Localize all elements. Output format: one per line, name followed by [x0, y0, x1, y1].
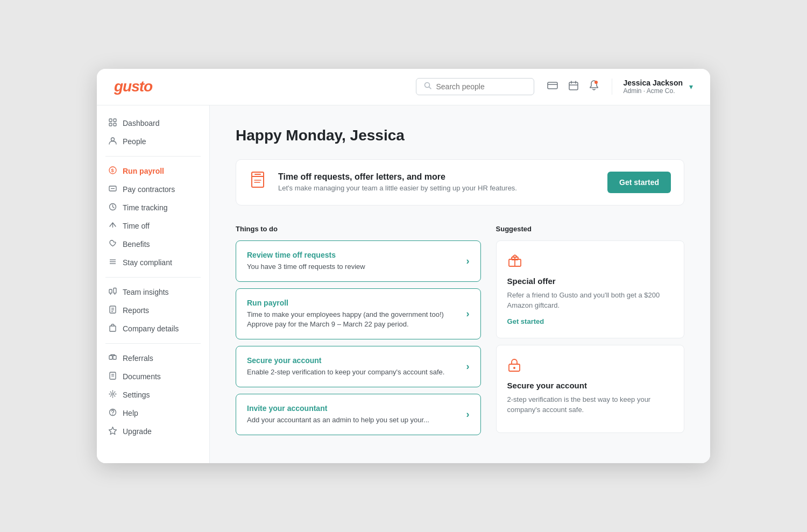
sidebar-item-run-payroll[interactable]: $ Run payroll: [97, 162, 209, 180]
header-icons: [547, 80, 599, 94]
things-to-do-column: Things to do Review time off requests Yo…: [236, 225, 481, 442]
search-bar[interactable]: [416, 78, 534, 95]
lock-icon: [507, 357, 673, 375]
task-card-content: Run payroll Time to make your employees …: [247, 299, 460, 329]
sidebar-item-people[interactable]: People: [97, 132, 209, 151]
sidebar-item-reports[interactable]: Reports: [97, 301, 209, 320]
task-card-run-payroll[interactable]: Run payroll Time to make your employees …: [236, 288, 481, 339]
sidebar-item-stay-compliant[interactable]: Stay compliant: [97, 253, 209, 272]
sidebar-item-time-off[interactable]: Time off: [97, 217, 209, 235]
sidebar-item-pay-contractors[interactable]: Pay contractors: [97, 180, 209, 198]
sidebar-item-label: Help: [123, 409, 138, 417]
task-card-secure-account[interactable]: Secure your account Enable 2-step verifi…: [236, 346, 481, 387]
sidebar-item-label: Time tracking: [123, 203, 168, 212]
banner-title: Time off requests, offer letters, and mo…: [278, 172, 598, 182]
sidebar-item-team-insights[interactable]: Team insights: [97, 283, 209, 301]
suggested-card-secure-account: Secure your account 2-step verification …: [496, 345, 684, 433]
task-chevron-icon: ›: [466, 361, 470, 372]
task-card-content: Invite your accountant Add your accounta…: [247, 404, 460, 425]
calendar-icon[interactable]: [569, 81, 578, 93]
sidebar-item-time-tracking[interactable]: Time tracking: [97, 198, 209, 217]
sidebar-item-label: Documents: [123, 372, 161, 381]
two-column-layout: Things to do Review time off requests Yo…: [236, 225, 684, 442]
svg-line-1: [429, 87, 431, 89]
suggested-description: Refer a friend to Gusto and you'll both …: [507, 290, 673, 311]
sidebar-divider-2: [105, 277, 201, 278]
sidebar-item-label: Stay compliant: [123, 258, 172, 267]
search-icon: [424, 82, 431, 91]
suggested-link[interactable]: Get started: [507, 317, 544, 325]
sidebar-group-1: Dashboard People: [97, 114, 209, 151]
benefits-icon: [108, 239, 117, 249]
svg-rect-35: [113, 356, 116, 359]
sidebar-item-label: Reports: [123, 306, 149, 315]
sidebar-divider-3: [105, 343, 201, 344]
card-icon[interactable]: [547, 81, 558, 93]
stay-compliant-icon: [108, 258, 117, 267]
gift-icon: [507, 253, 673, 271]
svg-text:$: $: [111, 168, 114, 173]
sidebar-item-benefits[interactable]: Benefits: [97, 235, 209, 253]
sidebar-item-help[interactable]: Help: [97, 404, 209, 422]
user-info[interactable]: Jessica Jackson Admin · Acme Co. ▾: [612, 79, 693, 95]
notification-icon[interactable]: [589, 80, 599, 94]
sidebar-item-upgrade[interactable]: Upgrade: [97, 422, 209, 441]
svg-rect-33: [110, 326, 116, 331]
sidebar-item-label: Pay contractors: [123, 185, 175, 194]
sidebar-item-company-details[interactable]: Company details: [97, 320, 209, 338]
logo: gusto: [114, 78, 152, 95]
task-chevron-icon: ›: [466, 308, 470, 320]
task-chevron-icon: ›: [466, 409, 470, 420]
svg-rect-25: [109, 289, 112, 293]
sidebar-item-settings[interactable]: Settings: [97, 386, 209, 404]
task-card-description: Time to make your employees happy (and t…: [247, 310, 460, 329]
svg-rect-11: [109, 123, 112, 126]
sidebar-item-label: Team insights: [123, 288, 169, 296]
svg-point-8: [594, 81, 598, 84]
task-card-description: Add your accountant as an admin to help …: [247, 415, 460, 425]
header: gusto: [97, 69, 710, 105]
task-card-title: Invite your accountant: [247, 404, 460, 413]
task-card-description: Enable 2-step verification to keep your …: [247, 367, 460, 377]
sidebar-item-referrals[interactable]: Referrals: [97, 349, 209, 367]
task-card-invite-accountant[interactable]: Invite your accountant Add your accounta…: [236, 394, 481, 435]
sidebar-item-label: People: [123, 137, 146, 146]
sidebar-item-label: Upgrade: [123, 427, 152, 436]
task-card-review-time-off[interactable]: Review time off requests You have 3 time…: [236, 240, 481, 282]
sidebar-item-dashboard[interactable]: Dashboard: [97, 114, 209, 132]
upgrade-icon: [108, 427, 117, 436]
task-chevron-icon: ›: [466, 256, 470, 267]
reports-icon: [108, 306, 117, 315]
sidebar-item-label: Settings: [123, 391, 150, 399]
banner-icon: [249, 171, 268, 194]
task-card-description: You have 3 time off requests to review: [247, 262, 460, 272]
dashboard-icon: [108, 118, 117, 128]
svg-point-41: [112, 414, 112, 414]
sidebar: Dashboard People: [97, 105, 210, 464]
company-details-icon: [108, 324, 117, 334]
sidebar-item-documents[interactable]: Documents: [97, 367, 209, 386]
suggested-description: 2-step verification is the best way to k…: [507, 394, 673, 415]
search-input[interactable]: [436, 82, 526, 91]
sidebar-group-4: Referrals Documents: [97, 349, 209, 441]
run-payroll-icon: $: [108, 166, 117, 176]
task-card-title: Run payroll: [247, 299, 460, 307]
suggested-column: Suggested Special offer Refer a friend t: [496, 225, 684, 442]
sidebar-item-label: Run payroll: [123, 167, 164, 175]
svg-rect-9: [109, 119, 112, 122]
svg-rect-34: [109, 356, 112, 359]
suggested-label: Suggested: [496, 225, 684, 233]
things-to-do-label: Things to do: [236, 225, 481, 233]
page-title: Happy Monday, Jessica: [236, 127, 684, 144]
task-card-title: Review time off requests: [247, 251, 460, 259]
svg-line-20: [112, 207, 114, 208]
svg-rect-4: [569, 82, 578, 90]
browser-frame: gusto: [97, 69, 710, 464]
chevron-down-icon[interactable]: ▾: [689, 82, 693, 91]
sidebar-divider-1: [105, 156, 201, 157]
get-started-button[interactable]: Get started: [607, 172, 671, 193]
svg-point-13: [111, 138, 114, 141]
documents-icon: [108, 372, 117, 381]
task-card-content: Review time off requests You have 3 time…: [247, 251, 460, 272]
sidebar-group-3: Team insights Reports: [97, 283, 209, 338]
